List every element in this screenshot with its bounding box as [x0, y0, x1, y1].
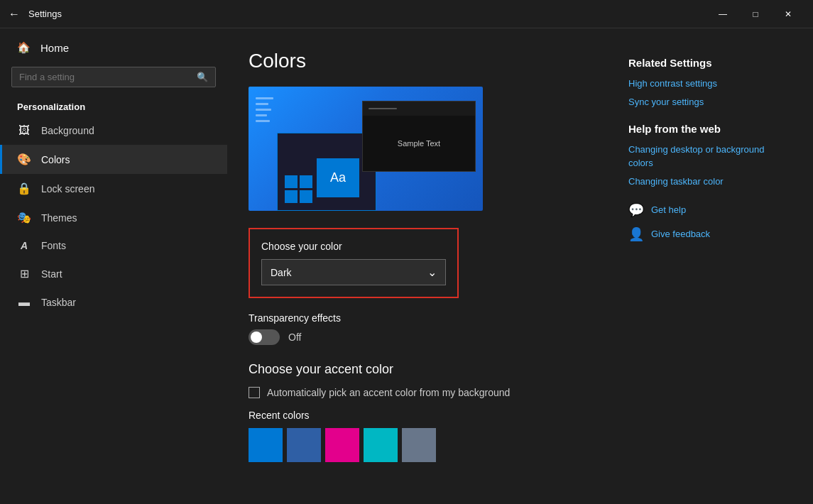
preview-tile-4	[300, 190, 312, 203]
transparency-toggle-row: Off	[249, 329, 600, 345]
preview-window-titlebar	[363, 102, 475, 116]
transparency-toggle[interactable]	[249, 329, 280, 345]
fonts-icon: A	[17, 240, 31, 251]
choose-color-label: Choose your color	[261, 241, 446, 252]
sidebar-item-start-label: Start	[41, 268, 62, 280]
color-swatch-0[interactable]	[249, 428, 283, 462]
content-area: Colors Aa	[227, 28, 813, 504]
content-main: Colors Aa	[249, 50, 600, 483]
preview-tile-2	[300, 175, 312, 188]
recent-colors-label: Recent colors	[249, 410, 600, 421]
transparency-label: Transparency effects	[249, 312, 600, 324]
give-feedback-icon: 👤	[628, 226, 644, 242]
preview-line-2	[256, 103, 268, 105]
related-settings-title: Related Settings	[628, 57, 785, 69]
sidebar-item-home[interactable]: 🏠 Home	[0, 34, 227, 61]
give-feedback-label: Give feedback	[651, 229, 710, 239]
accent-color-section: Choose your accent color Automatically p…	[249, 362, 600, 462]
accent-color-title: Choose your accent color	[249, 362, 600, 377]
choose-color-box: Choose your color Dark ⌄	[249, 228, 459, 298]
sidebar-item-colors[interactable]: 🎨 Colors	[0, 145, 227, 174]
preview-tile-1	[285, 175, 298, 188]
preview-line-3	[256, 109, 271, 111]
sidebar: 🏠 Home 🔍 Personalization 🖼 Background 🎨 …	[0, 28, 227, 504]
transparency-setting: Transparency effects Off	[249, 312, 600, 345]
app-body: 🏠 Home 🔍 Personalization 🖼 Background 🎨 …	[0, 28, 813, 504]
preview-sample-text: Sample Text	[398, 139, 440, 148]
home-label: Home	[40, 42, 69, 54]
back-button[interactable]: ←	[9, 8, 20, 21]
preview-window-body: Sample Text	[363, 116, 475, 171]
color-swatch-4[interactable]	[402, 428, 436, 462]
sidebar-item-taskbar[interactable]: ▬ Taskbar	[0, 288, 227, 317]
transparency-state: Off	[288, 332, 301, 343]
help-from-web-title: Help from the web	[628, 123, 785, 135]
sidebar-item-themes[interactable]: 🎭 Themes	[0, 203, 227, 232]
color-dropdown[interactable]: Dark ⌄	[261, 259, 446, 285]
background-icon: 🖼	[17, 124, 31, 137]
auto-pick-checkbox[interactable]	[249, 387, 260, 398]
sidebar-item-start[interactable]: ⊞ Start	[0, 259, 227, 288]
color-preview: Aa Sample Text	[249, 87, 483, 211]
sidebar-item-fonts[interactable]: A Fonts	[0, 232, 227, 259]
home-icon: 🏠	[17, 41, 31, 54]
close-button[interactable]: ✕	[772, 3, 804, 26]
search-icon: 🔍	[197, 72, 208, 82]
get-help-icon: 💬	[628, 202, 644, 218]
title-bar: ← Settings — □ ✕	[0, 0, 813, 28]
content-right: Related Settings High contrast settings …	[628, 50, 785, 483]
minimize-button[interactable]: —	[706, 3, 739, 26]
preview-window: Sample Text	[362, 101, 476, 172]
color-swatches	[249, 428, 600, 462]
sidebar-section-title: Personalization	[0, 96, 227, 116]
toggle-knob	[251, 332, 262, 343]
high-contrast-link[interactable]: High contrast settings	[628, 77, 785, 90]
sync-settings-link[interactable]: Sync your settings	[628, 96, 785, 109]
preview-tiles	[285, 175, 312, 203]
sidebar-item-fonts-label: Fonts	[41, 240, 66, 251]
sidebar-item-colors-label: Colors	[41, 154, 70, 165]
preview-aa-box: Aa	[317, 158, 359, 197]
preview-line-5	[256, 120, 270, 122]
search-input[interactable]	[19, 72, 197, 82]
colors-icon: 🎨	[17, 153, 31, 166]
chevron-down-icon: ⌄	[427, 265, 437, 279]
color-swatch-1[interactable]	[287, 428, 321, 462]
preview-tile-3	[285, 190, 298, 203]
sidebar-item-themes-label: Themes	[41, 212, 77, 224]
page-title: Colors	[249, 50, 600, 72]
sidebar-item-taskbar-label: Taskbar	[41, 297, 76, 308]
changing-taskbar-link[interactable]: Changing taskbar color	[628, 175, 785, 188]
preview-lines	[256, 97, 273, 122]
window-controls: — □ ✕	[706, 3, 804, 26]
auto-pick-row: Automatically pick an accent color from …	[249, 387, 600, 398]
changing-desktop-link[interactable]: Changing desktop or background colors	[628, 143, 785, 169]
sidebar-item-background[interactable]: 🖼 Background	[0, 116, 227, 145]
color-swatch-2[interactable]	[325, 428, 359, 462]
lock-screen-icon: 🔒	[17, 182, 31, 195]
preview-titlebar-line	[369, 108, 397, 109]
auto-pick-label: Automatically pick an accent color from …	[267, 387, 510, 398]
sidebar-item-lock-screen-label: Lock screen	[41, 183, 94, 195]
sidebar-item-background-label: Background	[41, 125, 94, 136]
color-dropdown-value: Dark	[271, 267, 292, 278]
taskbar-icon: ▬	[17, 296, 31, 309]
preview-inner-box: Aa	[277, 133, 376, 211]
get-help-item[interactable]: 💬 Get help	[628, 202, 785, 218]
app-title: Settings	[28, 9, 62, 19]
maximize-button[interactable]: □	[739, 3, 772, 26]
themes-icon: 🎭	[17, 211, 31, 224]
color-swatch-3[interactable]	[364, 428, 398, 462]
preview-line-4	[256, 114, 267, 116]
preview-line-1	[256, 97, 273, 99]
search-box[interactable]: 🔍	[11, 67, 216, 87]
give-feedback-item[interactable]: 👤 Give feedback	[628, 226, 785, 242]
start-icon: ⊞	[17, 267, 31, 280]
sidebar-item-lock-screen[interactable]: 🔒 Lock screen	[0, 174, 227, 203]
get-help-label: Get help	[651, 204, 686, 215]
